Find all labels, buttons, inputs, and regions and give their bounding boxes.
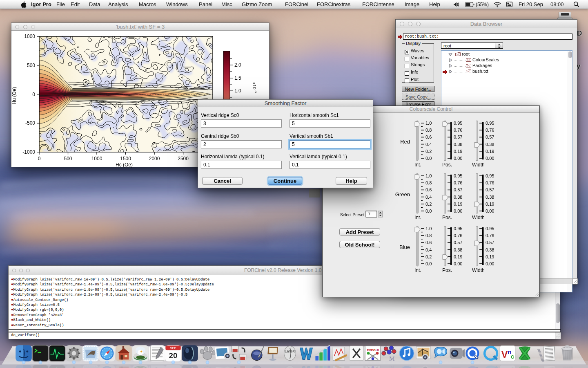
svg-text:Int.: Int. (414, 267, 421, 273)
svg-text:1000: 1000 (91, 156, 102, 162)
svg-text:0.2: 0.2 (425, 149, 432, 154)
svg-text:Hc (Oe): Hc (Oe) (116, 162, 133, 168)
svg-text:1.0: 1.0 (425, 226, 432, 231)
svg-text:2500: 2500 (178, 156, 189, 162)
svg-text:0: 0 (38, 156, 41, 162)
svg-text:0.19: 0.19 (454, 254, 462, 259)
svg-text:1.5: 1.5 (234, 75, 241, 81)
svg-text:1.0: 1.0 (425, 173, 432, 178)
svg-text:Pos.: Pos. (442, 215, 452, 220)
svg-text:0.76: 0.76 (486, 128, 494, 132)
svg-text:0.6: 0.6 (425, 135, 432, 139)
svg-text:0.8: 0.8 (425, 180, 432, 185)
svg-text:0.76: 0.76 (486, 180, 494, 185)
svg-text:0.0: 0.0 (425, 261, 432, 266)
svg-text:Blue: Blue (399, 244, 410, 250)
svg-text:0.76: 0.76 (454, 233, 462, 238)
svg-text:-1000: -1000 (22, 149, 35, 155)
svg-text:20: 20 (169, 351, 178, 360)
svg-text:0.4: 0.4 (425, 195, 432, 200)
svg-text:0.76: 0.76 (454, 128, 462, 132)
svg-text:0.0: 0.0 (425, 209, 432, 213)
svg-text:0.8: 0.8 (425, 128, 432, 132)
svg-text:Int.: Int. (414, 215, 421, 220)
svg-text:0.00: 0.00 (454, 209, 462, 213)
svg-text:0.6: 0.6 (425, 187, 432, 192)
svg-text:0.57: 0.57 (454, 187, 462, 192)
svg-text:0.4: 0.4 (425, 142, 432, 147)
svg-text:Width: Width (472, 215, 485, 220)
svg-text:0.38: 0.38 (486, 247, 494, 252)
svg-text:0: 0 (32, 92, 35, 97)
svg-text:Width: Width (472, 162, 485, 168)
svg-text:x10: x10 (252, 82, 257, 90)
svg-text:LaTeX: LaTeX (285, 349, 295, 353)
svg-text:0.57: 0.57 (486, 135, 494, 139)
svg-text:EXPGUI: EXPGUI (367, 348, 379, 352)
svg-text:0.95: 0.95 (454, 173, 462, 178)
svg-text:0.00: 0.00 (454, 261, 462, 266)
svg-text:Hu (Oe): Hu (Oe) (11, 87, 17, 105)
svg-text:0.38: 0.38 (454, 247, 462, 252)
svg-text:Green: Green (395, 191, 410, 197)
svg-text:0.00: 0.00 (454, 156, 462, 161)
svg-text:1500: 1500 (120, 156, 131, 162)
svg-text:-500: -500 (25, 120, 35, 126)
svg-text:SEP: SEP (170, 346, 176, 350)
svg-text:0.19: 0.19 (454, 202, 462, 206)
svg-text:0.00: 0.00 (486, 209, 494, 213)
svg-text:0.57: 0.57 (454, 240, 462, 245)
svg-text:7: 7 (368, 212, 370, 217)
svg-text:0.8: 0.8 (425, 233, 432, 238)
svg-text:2.0: 2.0 (234, 62, 241, 68)
svg-text:c: c (511, 353, 514, 360)
svg-text:0.95: 0.95 (486, 173, 494, 178)
svg-text:1000: 1000 (24, 34, 35, 39)
svg-text:0.2: 0.2 (425, 202, 432, 206)
svg-text:0.38: 0.38 (454, 142, 462, 147)
svg-text:V: V (501, 349, 508, 360)
svg-text:1.0: 1.0 (425, 121, 432, 126)
svg-text:Pos.: Pos. (442, 267, 452, 273)
svg-text:0.6: 0.6 (425, 240, 432, 245)
svg-text:0.19: 0.19 (454, 149, 462, 154)
svg-text:0.19: 0.19 (486, 254, 494, 259)
svg-text:Width: Width (472, 267, 485, 273)
svg-text:0.76: 0.76 (454, 180, 462, 185)
svg-text:0.57: 0.57 (454, 135, 462, 139)
svg-text:0.57: 0.57 (486, 187, 494, 192)
svg-text:0.95: 0.95 (486, 121, 494, 126)
svg-text:0.38: 0.38 (486, 195, 494, 200)
svg-text:0.76: 0.76 (486, 233, 494, 238)
svg-text:Red: Red (400, 139, 410, 145)
svg-text:Int.: Int. (414, 162, 421, 168)
svg-text:0.0: 0.0 (425, 156, 432, 161)
svg-text:0.4: 0.4 (425, 247, 432, 252)
svg-text:0.2: 0.2 (425, 254, 432, 259)
svg-text:2000: 2000 (149, 156, 160, 162)
svg-text:0.00: 0.00 (486, 156, 494, 161)
svg-text:0.95: 0.95 (454, 226, 462, 231)
svg-text:Select Preset: Select Preset (340, 213, 365, 217)
svg-text:500: 500 (27, 63, 35, 68)
svg-text:500: 500 (64, 156, 72, 162)
svg-text:-9: -9 (254, 90, 258, 94)
svg-text:0.00: 0.00 (486, 261, 494, 266)
svg-text:0.95: 0.95 (454, 121, 462, 126)
svg-text:M: M (389, 355, 395, 362)
svg-text:0.19: 0.19 (486, 149, 494, 154)
svg-text:0.57: 0.57 (486, 240, 494, 245)
svg-text:0.38: 0.38 (486, 142, 494, 147)
svg-text:0.95: 0.95 (486, 226, 494, 231)
svg-text:0.19: 0.19 (486, 202, 494, 206)
svg-text:1.0: 1.0 (234, 88, 241, 94)
svg-text:Pos.: Pos. (442, 162, 452, 168)
svg-text:0.38: 0.38 (454, 195, 462, 200)
